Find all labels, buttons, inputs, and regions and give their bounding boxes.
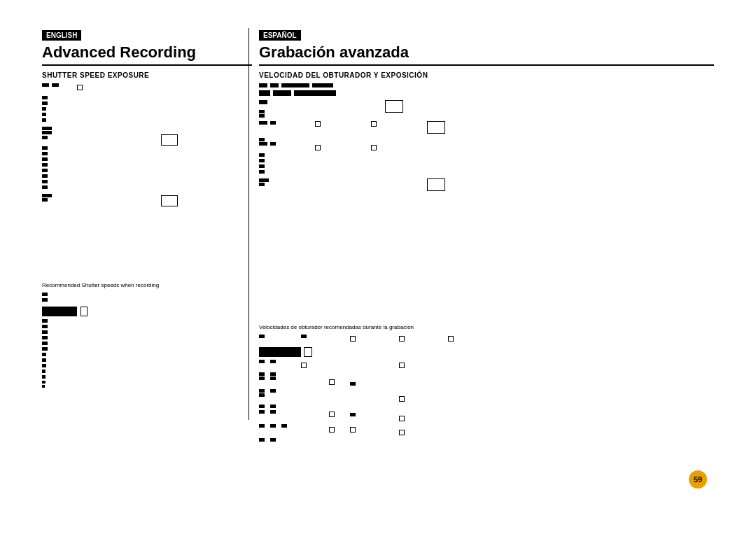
left-column: ENGLISH Advanced Recording SHUTTER SPEED… [42, 28, 252, 433]
right-recommended-text: Velocidades de obturador recomendadas du… [259, 324, 714, 330]
page-number: 59 [689, 470, 707, 489]
left-title: Advanced Recording [42, 43, 252, 66]
right-subtitle: VELOCIDAD DEL OBTURADOR Y EXPOSICIÓN [259, 71, 714, 79]
english-badge: ENGLISH [42, 30, 81, 41]
left-recommended-text: Recommended Shutter speeds when recordin… [42, 282, 252, 288]
left-subtitle: SHUTTER SPEED EXPOSURE [42, 71, 252, 79]
bottom-left-diagram [42, 293, 238, 433]
left-diagram [42, 83, 238, 279]
right-diagram [259, 83, 665, 321]
right-column: ESPAÑOL Grabación avanzada VELOCIDAD DEL… [259, 28, 714, 475]
right-title: Grabación avanzada [259, 43, 714, 66]
espanol-badge: ESPAÑOL [259, 30, 301, 41]
page-container: ENGLISH Advanced Recording SHUTTER SPEED… [0, 0, 756, 534]
bottom-right-diagram [259, 335, 665, 475]
